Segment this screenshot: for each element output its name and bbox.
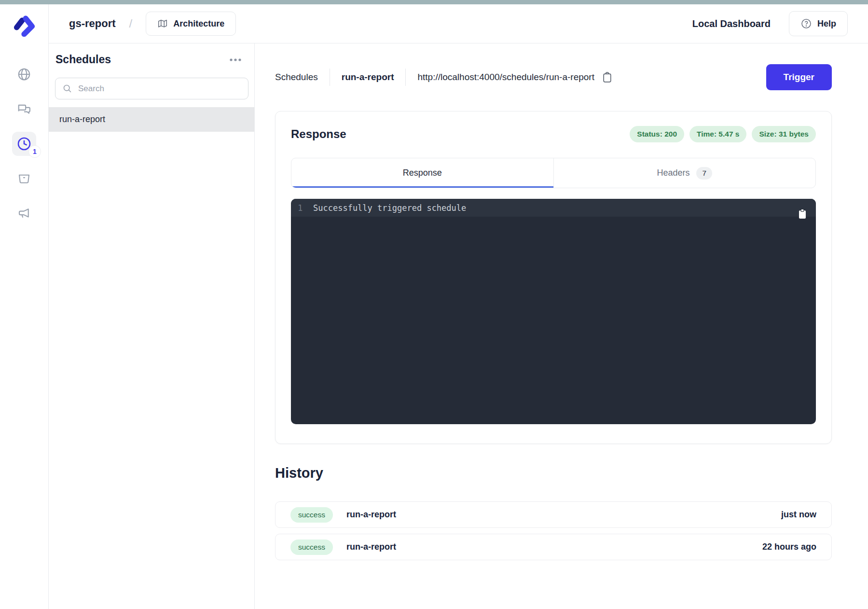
history-schedule-name: run-a-report [346,510,396,520]
size-badge: Size: 31 bytes [752,126,816,142]
megaphone-icon [17,206,31,221]
encore-logo[interactable] [10,10,39,40]
ellipsis-icon [229,58,242,62]
schedules-panel-title: Schedules [55,53,111,66]
history-timestamp: 22 hours ago [762,542,816,552]
architecture-button-label: Architecture [173,19,224,29]
rail-item-messages[interactable] [12,97,36,121]
breadcrumb-divider [330,69,330,86]
schedule-list: run-a-report [49,107,254,132]
search-icon [62,83,72,94]
history-list: success run-a-report just now success ru… [275,501,832,560]
icon-rail: 1 [0,4,49,609]
help-button-label: Help [817,19,836,29]
line-number: 1 [291,203,313,213]
top-accent-strip [0,0,868,4]
breadcrumb-section: Schedules [275,72,318,83]
tab-response-label: Response [403,168,442,178]
history-schedule-name: run-a-report [346,542,396,552]
response-badges: Status: 200 Time: 5.47 s Size: 31 bytes [630,126,816,142]
code-line: 1 Successfully triggered schedule [291,199,816,217]
map-icon [157,18,168,29]
copy-icon [798,208,807,220]
help-button[interactable]: Help [789,11,848,36]
question-circle-icon [800,18,812,29]
architecture-button[interactable]: Architecture [146,12,236,36]
response-card-title: Response [291,127,346,141]
breadcrumb: Schedules run-a-report http://localhost:… [275,64,832,90]
main-content: Schedules run-a-report http://localhost:… [255,43,868,609]
header-separator: / [129,17,133,30]
tab-headers-label: Headers [657,168,689,178]
app-name: gs-report [69,17,116,30]
clipboard-icon [602,72,612,83]
breadcrumb-schedule-name: run-a-report [342,72,394,83]
history-status-badge: success [290,540,333,555]
headers-count-badge: 7 [696,167,712,180]
rail-item-announce[interactable] [12,201,36,225]
history-row[interactable]: success run-a-report just now [275,501,832,528]
response-body-text: Successfully triggered schedule [313,203,466,213]
copy-url-button[interactable] [602,72,612,83]
dashboard-title: Local Dashboard [692,18,771,29]
top-header: gs-report / Architecture Local Dashboard… [49,4,868,43]
rail-item-apis[interactable] [12,62,36,86]
schedule-url: http://localhost:4000/schedules/run-a-re… [417,72,594,83]
rail-nav: 1 [12,62,36,225]
trigger-button[interactable]: Trigger [766,64,832,90]
schedule-search [55,78,248,99]
response-card: Response Status: 200 Time: 5.47 s Size: … [275,111,832,444]
breadcrumb-divider [405,69,406,86]
rail-item-storage[interactable] [12,166,36,191]
history-status-badge: success [290,507,333,523]
response-tabs: Response Headers 7 [291,158,816,188]
bucket-icon [17,171,31,186]
schedule-list-item[interactable]: run-a-report [49,107,254,132]
chat-bubbles-icon [17,102,31,116]
status-badge: Status: 200 [630,126,684,142]
history-title: History [275,465,832,481]
time-badge: Time: 5.47 s [689,126,746,142]
history-row[interactable]: success run-a-report 22 hours ago [275,534,832,560]
copy-response-button[interactable] [798,208,807,220]
panel-menu-button[interactable] [226,55,245,65]
history-timestamp: just now [781,510,816,520]
schedule-item-label: run-a-report [59,114,105,125]
tab-headers[interactable]: Headers 7 [553,158,816,188]
tab-response[interactable]: Response [291,158,553,188]
globe-icon [17,67,31,82]
schedules-count-badge: 1 [28,145,41,158]
schedules-panel: Schedules run-a-report [49,43,255,609]
response-body-viewer: 1 Successfully triggered schedule [291,199,816,424]
encore-logo-icon [12,12,37,39]
search-input[interactable] [78,84,241,94]
rail-item-schedules[interactable]: 1 [12,132,36,156]
